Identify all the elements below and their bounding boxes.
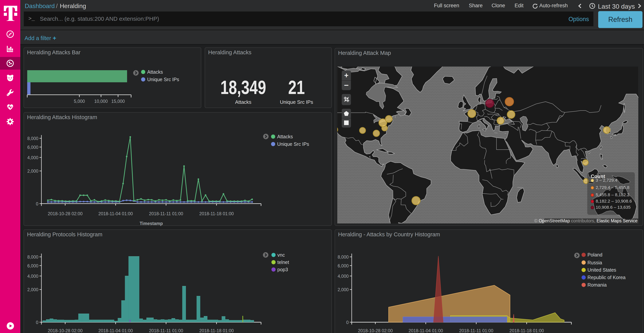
svg-text:0: 0 <box>36 201 38 206</box>
svg-text:2018-11-11 01:00: 2018-11-11 01:00 <box>459 328 493 333</box>
svg-text:Republic of Korea: Republic of Korea <box>588 275 626 280</box>
svg-text:4,000: 4,000 <box>27 274 38 279</box>
svg-text:15,000: 15,000 <box>111 99 125 104</box>
svg-text:8,000: 8,000 <box>338 254 349 259</box>
svg-text:Attacks: Attacks <box>277 134 293 139</box>
svg-text:6,000: 6,000 <box>27 145 38 150</box>
svg-text:2018-11-04 01:00: 2018-11-04 01:00 <box>408 328 443 333</box>
svg-text:Russia: Russia <box>588 260 602 265</box>
svg-text:Romania: Romania <box>588 282 606 287</box>
svg-text:2018-11-11 01:00: 2018-11-11 01:00 <box>149 328 183 333</box>
svg-text:2018-11-04 01:00: 2018-11-04 01:00 <box>98 328 133 333</box>
svg-text:2018-10-28 02:00: 2018-10-28 02:00 <box>48 328 82 333</box>
svg-text:8,000: 8,000 <box>27 254 38 259</box>
svg-text:2018-11-18 01:00: 2018-11-18 01:00 <box>199 211 234 216</box>
svg-text:2,000: 2,000 <box>27 287 38 292</box>
svg-text:2018-11-18 01:00: 2018-11-18 01:00 <box>510 328 544 333</box>
svg-text:Poland: Poland <box>588 252 602 257</box>
svg-text:2018-10-28 02:00: 2018-10-28 02:00 <box>358 328 393 333</box>
svg-text:2018-11-11 01:00: 2018-11-11 01:00 <box>149 211 183 216</box>
svg-text:telnet: telnet <box>277 259 289 265</box>
svg-text:8,000: 8,000 <box>27 136 38 141</box>
svg-text:2,000: 2,000 <box>27 169 38 174</box>
svg-text:2018-10-28 02:00: 2018-10-28 02:00 <box>48 211 82 216</box>
svg-text:Attacks: Attacks <box>147 69 163 75</box>
svg-text:pop3: pop3 <box>277 267 288 272</box>
svg-text:Timestamp: Timestamp <box>140 221 163 226</box>
svg-text:5,000: 5,000 <box>74 99 85 104</box>
svg-text:Unique Src IPs: Unique Src IPs <box>277 141 309 147</box>
svg-text:6,000: 6,000 <box>27 263 38 268</box>
svg-text:vnc: vnc <box>277 252 285 258</box>
svg-text:4,000: 4,000 <box>338 274 349 279</box>
svg-text:0: 0 <box>36 320 38 325</box>
svg-text:United States: United States <box>588 267 616 272</box>
svg-text:4,000: 4,000 <box>27 155 38 160</box>
svg-text:2018-11-18 01:00: 2018-11-18 01:00 <box>199 328 234 333</box>
svg-text:10,000: 10,000 <box>94 99 108 104</box>
svg-text:Unique Src IPs: Unique Src IPs <box>147 77 179 82</box>
svg-text:0: 0 <box>346 320 349 325</box>
svg-text:6,000: 6,000 <box>338 263 349 268</box>
svg-text:2018-11-04 01:00: 2018-11-04 01:00 <box>98 211 133 216</box>
svg-text:2,000: 2,000 <box>338 287 349 292</box>
